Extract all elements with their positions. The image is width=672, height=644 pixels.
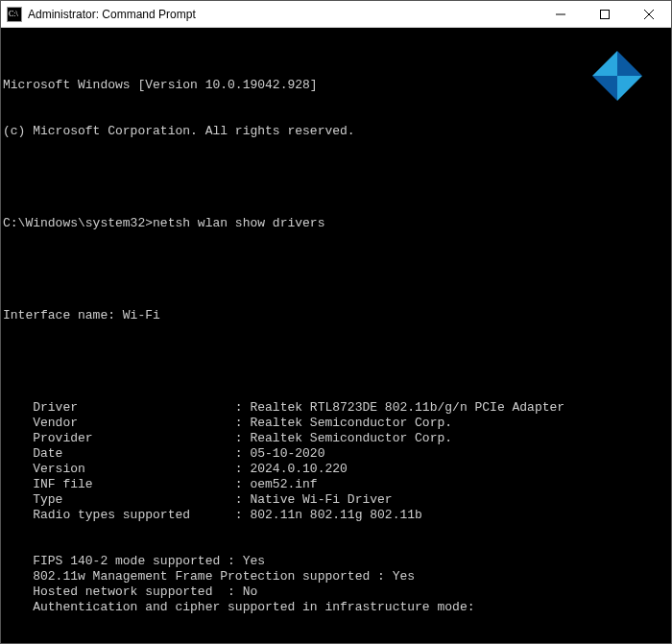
driver-field-row: Driver : Realtek RTL8723DE 802.11b/g/n P…	[3, 400, 669, 416]
prompt-line: C:\Windows\system32>netsh wlan show driv…	[3, 216, 669, 231]
svg-marker-10	[617, 76, 642, 101]
svg-marker-8	[617, 51, 642, 76]
driver-field-row: Radio types supported : 802.11n 802.11g …	[3, 508, 669, 523]
watermark-logo	[592, 51, 642, 101]
extra-line: Authentication and cipher supported in i…	[3, 600, 669, 615]
driver-field-row: Version : 2024.0.10.220	[3, 462, 669, 477]
header-line-1: Microsoft Windows [Version 10.0.19042.92…	[3, 78, 669, 93]
extra-line: 802.11w Management Frame Protection supp…	[3, 569, 669, 584]
driver-field-row: Vendor : Realtek Semiconductor Corp.	[3, 416, 669, 431]
close-button[interactable]	[627, 1, 671, 28]
maximize-button[interactable]	[583, 1, 627, 28]
svg-marker-9	[592, 76, 617, 101]
header-line-2: (c) Microsoft Corporation. All rights re…	[3, 124, 669, 139]
svg-text:C:\: C:\	[9, 10, 19, 18]
extra-line: FIPS 140-2 mode supported : Yes	[3, 554, 669, 569]
extra-line: Hosted network supported : No	[3, 584, 669, 600]
cmd-icon: C:\	[7, 7, 22, 22]
driver-field-row: Type : Native Wi-Fi Driver	[3, 492, 669, 508]
interface-line: Interface name: Wi-Fi	[3, 308, 669, 323]
extra-lines: FIPS 140-2 mode supported : Yes 802.11w …	[3, 554, 669, 615]
minimize-button[interactable]	[539, 1, 583, 28]
driver-field-row: INF file : oem52.inf	[3, 477, 669, 492]
driver-field-row: Provider : Realtek Semiconductor Corp.	[3, 431, 669, 446]
svg-rect-4	[601, 10, 610, 18]
svg-marker-7	[592, 51, 617, 76]
driver-fields: Driver : Realtek RTL8723DE 802.11b/g/n P…	[3, 400, 669, 523]
terminal-area[interactable]: Microsoft Windows [Version 10.0.19042.92…	[1, 28, 671, 643]
window-title: Administrator: Command Prompt	[28, 8, 196, 21]
titlebar[interactable]: C:\ Administrator: Command Prompt	[1, 1, 671, 28]
driver-field-row: Date : 05-10-2020	[3, 446, 669, 462]
